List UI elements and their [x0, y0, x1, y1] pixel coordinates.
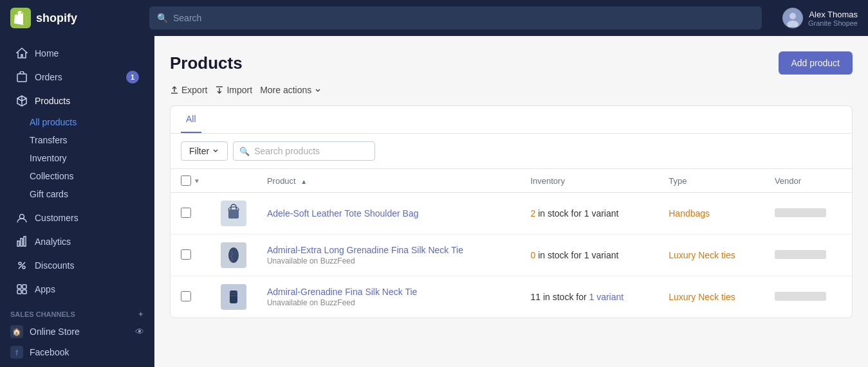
product-image-1 [221, 201, 246, 226]
type-value-3[interactable]: Luxury Neck ties [669, 292, 735, 302]
vendor-value-2 [775, 250, 826, 259]
select-dropdown-icon[interactable]: ▼ [194, 177, 200, 184]
svg-point-1 [790, 13, 796, 19]
product-sort-icon[interactable]: ▲ [300, 178, 307, 185]
inventory-value-3: 11 in stock for [530, 292, 589, 302]
table-row: Admiral-Extra Long Grenadine Fina Silk N… [171, 235, 852, 276]
svg-point-8 [19, 262, 21, 265]
table-row: Admiral-Grenadine Fina Silk Neck Tie Una… [171, 276, 852, 318]
sidebar-item-home-label: Home [35, 48, 59, 58]
sub-nav-collections[interactable]: Collections [0, 167, 154, 185]
import-button[interactable]: Import [215, 85, 252, 95]
main-layout: Home Orders 1 Products [0, 36, 868, 367]
discounts-icon [15, 259, 28, 272]
online-store-visibility-icon[interactable]: 👁 [135, 327, 144, 337]
tab-all[interactable]: All [181, 106, 201, 133]
search-bar[interactable]: 🔍 [149, 6, 762, 30]
vendor-value-3 [775, 292, 826, 301]
filter-chevron-icon [212, 147, 219, 155]
card-tabs: All [171, 106, 852, 134]
product-link-3[interactable]: Admiral-Grenadine Fina Silk Neck Tie [267, 287, 417, 297]
sub-nav-gift-cards[interactable]: Gift cards [0, 185, 154, 203]
search-products-icon: 🔍 [239, 147, 250, 156]
row-checkbox-1[interactable] [181, 208, 191, 218]
sidebar-item-discounts[interactable]: Discounts [5, 254, 149, 277]
facebook-label: Facebook [30, 347, 69, 357]
sidebar-item-orders[interactable]: Orders 1 [5, 66, 149, 89]
type-col-header: Type [658, 169, 764, 193]
inventory-variant-link-3[interactable]: 1 variant [589, 292, 624, 302]
add-product-button[interactable]: Add product [779, 51, 853, 75]
products-icon [15, 94, 28, 107]
table-row: Adele-Soft Leather Tote Shoulder Bag 2 i… [171, 193, 852, 235]
online-store-icon: 🏠 [10, 325, 23, 338]
product-image-3 [221, 284, 246, 310]
import-icon [215, 85, 224, 94]
user-store: Granite Shopee [808, 19, 858, 27]
svg-rect-5 [17, 241, 19, 246]
logo-text: shopify [36, 12, 77, 25]
product-image-2 [221, 242, 246, 268]
type-value-1[interactable]: Handbags [669, 208, 710, 219]
product-sub-2: Unavailable on BuzzFeed [267, 256, 510, 265]
inventory-suffix-1: in stock for 1 variant [538, 208, 618, 219]
sub-nav-transfers[interactable]: Transfers [0, 131, 154, 149]
type-value-2[interactable]: Luxury Neck ties [669, 250, 735, 260]
apps-icon [15, 283, 28, 296]
svg-rect-21 [230, 291, 237, 303]
product-col-header: Product ▲ [257, 169, 521, 193]
svg-rect-3 [17, 74, 26, 82]
svg-rect-7 [24, 237, 26, 246]
sidebar-item-home[interactable]: Home [5, 42, 149, 65]
filter-button[interactable]: Filter [181, 141, 228, 161]
logo-area: shopify [10, 8, 139, 28]
products-sub-nav: All products Transfers Inventory Collect… [0, 113, 154, 206]
svg-rect-6 [21, 238, 23, 246]
action-bar: Export Import More actions [170, 85, 853, 95]
sales-channel-online-store[interactable]: 🏠 Online Store 👁 [0, 321, 154, 342]
product-link-2[interactable]: Admiral-Extra Long Grenadine Fina Silk N… [267, 245, 463, 255]
svg-point-19 [228, 247, 239, 263]
svg-point-9 [23, 266, 25, 269]
svg-rect-17 [228, 210, 239, 219]
select-all-checkbox[interactable] [181, 175, 191, 186]
search-icon: 🔍 [157, 13, 168, 23]
sub-nav-all-products[interactable]: All products [0, 113, 154, 131]
export-button[interactable]: Export [170, 85, 207, 95]
content-area: Products Add product Export Import More … [154, 36, 868, 367]
sidebar-item-products-label: Products [35, 96, 70, 106]
product-link-1[interactable]: Adele-Soft Leather Tote Shoulder Bag [267, 208, 419, 219]
user-name: Alex Thomas [808, 10, 858, 19]
inventory-value-2: 0 [530, 250, 535, 260]
sub-nav-inventory[interactable]: Inventory [0, 149, 154, 167]
sidebar-item-discounts-label: Discounts [35, 260, 74, 271]
sidebar-item-products[interactable]: Products [5, 89, 149, 112]
shopify-logo-icon [10, 8, 31, 28]
product-sub-3: Unavailable on BuzzFeed [267, 298, 510, 307]
sales-channels-header: SALES CHANNELS ＋ [0, 301, 154, 321]
products-table: ▼ Product ▲ Inventory Type Vendor [171, 169, 852, 318]
search-input[interactable] [173, 13, 754, 23]
more-actions-button[interactable]: More actions [260, 85, 322, 95]
row-checkbox-2[interactable] [181, 249, 191, 260]
svg-line-10 [19, 262, 25, 269]
add-sales-channel-icon[interactable]: ＋ [137, 309, 144, 319]
vendor-value-1 [775, 208, 826, 217]
sidebar-item-customers-label: Customers [35, 213, 78, 223]
row-checkbox-3[interactable] [181, 291, 191, 301]
search-products-input[interactable] [233, 141, 375, 161]
sidebar-item-apps[interactable]: Apps [5, 278, 149, 301]
facebook-icon: f [10, 346, 23, 359]
sidebar: Home Orders 1 Products [0, 36, 154, 367]
analytics-icon [15, 235, 28, 248]
sidebar-item-customers[interactable]: Customers [5, 206, 149, 229]
search-products-wrapper: 🔍 [233, 141, 842, 161]
sidebar-item-orders-label: Orders [35, 72, 62, 82]
customers-icon [15, 211, 28, 224]
online-store-label: Online Store [30, 327, 80, 337]
user-info: Alex Thomas Granite Shopee [808, 10, 858, 27]
svg-rect-14 [23, 290, 26, 294]
sales-channel-facebook[interactable]: f Facebook [0, 342, 154, 363]
sidebar-item-analytics-label: Analytics [35, 237, 71, 247]
sidebar-item-analytics[interactable]: Analytics [5, 230, 149, 253]
